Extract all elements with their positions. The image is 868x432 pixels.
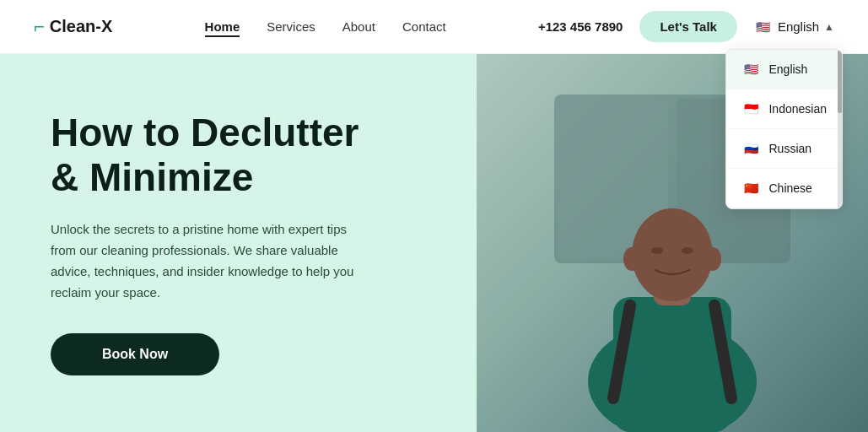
current-language-label: English — [778, 19, 819, 34]
hero-title-line2: & Minimize — [51, 155, 253, 199]
navbar: ⌐ Clean-X Home Services About Contact +1… — [0, 0, 868, 54]
flag-russian-icon: 🇷🇺 — [741, 139, 760, 158]
current-flag-icon: 🇺🇸 — [754, 18, 773, 36]
hero-content: How to Declutter & Minimize Unlock the s… — [0, 54, 477, 432]
hero-title-line1: How to Declutter — [51, 111, 359, 154]
logo-icon: ⌐ — [34, 16, 45, 38]
nav-link-home[interactable]: Home — [205, 19, 240, 37]
book-button[interactable]: Book Now — [51, 333, 219, 375]
hero-subtitle: Unlock the secrets to a pristine home wi… — [51, 219, 371, 303]
nav-link-contact[interactable]: Contact — [402, 19, 446, 34]
nav-link-about[interactable]: About — [342, 19, 375, 34]
scrollbar-thumb — [838, 50, 842, 113]
flag-indonesian-icon: 🇮🇩 — [741, 100, 760, 118]
chevron-up-icon: ▲ — [824, 21, 834, 33]
svg-point-9 — [651, 247, 663, 254]
svg-point-8 — [704, 247, 721, 271]
hero-title: How to Declutter & Minimize — [51, 111, 426, 200]
nav-item-about[interactable]: About — [342, 19, 375, 35]
language-label-indonesian: Indonesian — [768, 102, 827, 116]
language-label-english: English — [768, 62, 807, 76]
phone-number: +123 456 7890 — [538, 19, 623, 34]
nav-links: Home Services About Contact — [205, 19, 446, 35]
language-label-russian: Russian — [768, 142, 811, 155]
svg-point-10 — [682, 247, 693, 254]
language-label-chinese: Chinese — [768, 181, 811, 195]
nav-right: +123 456 7890 Let's Talk 🇺🇸 English ▲ — [538, 11, 834, 42]
cta-button[interactable]: Let's Talk — [639, 11, 736, 42]
nav-item-contact[interactable]: Contact — [402, 19, 446, 35]
nav-link-services[interactable]: Services — [267, 19, 315, 34]
svg-point-7 — [623, 247, 640, 271]
svg-point-6 — [632, 208, 713, 301]
nav-item-home[interactable]: Home — [205, 19, 240, 35]
logo[interactable]: ⌐ Clean-X — [34, 16, 112, 38]
language-option-english[interactable]: 🇺🇸 English — [726, 50, 842, 89]
language-selector[interactable]: 🇺🇸 English ▲ — [754, 18, 834, 36]
language-option-russian[interactable]: 🇷🇺 Russian — [726, 129, 842, 169]
logo-text: Clean-X — [50, 17, 112, 36]
nav-item-services[interactable]: Services — [267, 19, 315, 35]
language-dropdown: 🇺🇸 English 🇮🇩 Indonesian 🇷🇺 Russian 🇨🇳 C… — [725, 49, 843, 209]
dropdown-scrollbar — [838, 50, 842, 208]
flag-english-icon: 🇺🇸 — [741, 60, 760, 78]
flag-chinese-icon: 🇨🇳 — [741, 179, 760, 197]
language-option-indonesian[interactable]: 🇮🇩 Indonesian — [726, 89, 842, 129]
language-option-chinese[interactable]: 🇨🇳 Chinese — [726, 169, 842, 208]
